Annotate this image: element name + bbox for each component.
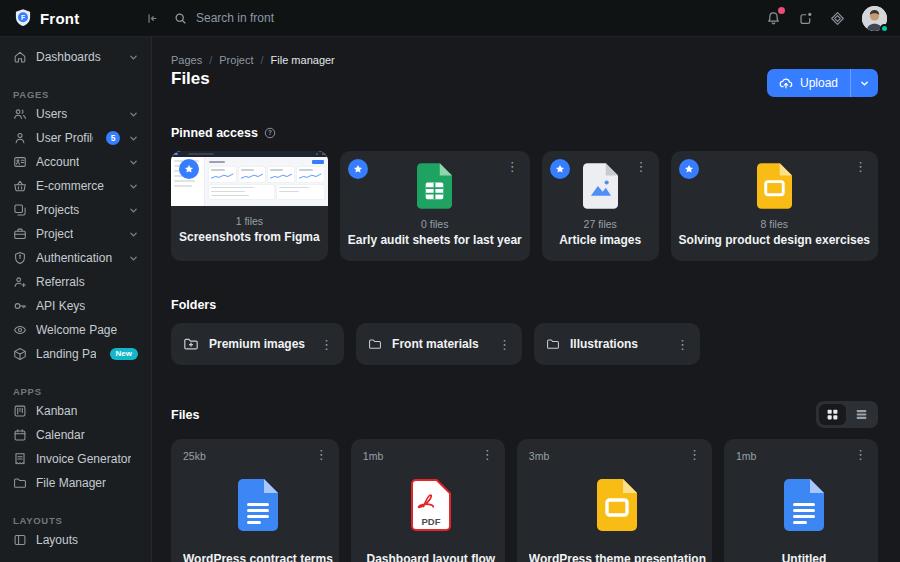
files-grid: 25kb⋮WordPress contract termsUpdated 50 … xyxy=(171,439,878,562)
user-avatar[interactable] xyxy=(862,6,887,31)
sidebar-item-projects[interactable]: Projects xyxy=(0,198,151,222)
sidebar-item-dashboards[interactable]: Dashboards xyxy=(0,45,151,69)
eye-icon xyxy=(13,323,27,337)
star-button[interactable] xyxy=(348,159,368,179)
folder-name: Front materials xyxy=(392,337,479,351)
sidebar-item-file-manager[interactable]: File Manager xyxy=(0,471,151,495)
sidebar-item-label: Welcome Page xyxy=(36,323,117,337)
folder-card[interactable]: Front materials⋮ xyxy=(356,323,522,365)
breadcrumb-item[interactable]: Pages xyxy=(171,54,202,66)
pinned-card-name: Solving product design exercises xyxy=(671,233,878,247)
pinned-card[interactable]: ⋮8 filesSolving product design exercises xyxy=(671,151,878,261)
sidebar-item-welcome-page[interactable]: Welcome Page xyxy=(0,318,151,342)
view-toggle xyxy=(816,401,878,428)
sidebar-item-e-commerce[interactable]: E-commerce xyxy=(0,174,151,198)
sidebar-item-user-profile[interactable]: User Profile5 xyxy=(0,126,151,150)
file-card[interactable]: 3mb⋮WordPress theme presentationUpdated … xyxy=(517,439,712,562)
file-card[interactable]: 25kb⋮WordPress contract termsUpdated 50 … xyxy=(171,439,339,562)
layout-icon xyxy=(13,533,27,547)
new-badge: New xyxy=(110,348,138,360)
chevron-down-icon xyxy=(129,230,138,239)
file-card[interactable]: 1mb⋮PDFDashboard layout flowUpdated 1 ho… xyxy=(351,439,505,562)
star-icon xyxy=(684,164,694,174)
breadcrumb: Pages/Project/File manager xyxy=(171,54,878,66)
layers-button[interactable] xyxy=(830,11,845,26)
card-menu-button[interactable]: ⋮ xyxy=(476,446,499,463)
sidebar-item-landing-page[interactable]: Landing PageNew xyxy=(0,342,151,366)
pinned-access-title: Pinned access xyxy=(171,126,258,140)
card-menu-button[interactable]: ⋮ xyxy=(315,336,338,353)
sidebar-item-layouts[interactable]: Layouts xyxy=(0,528,151,552)
upload-button[interactable]: Upload xyxy=(767,69,878,97)
chevron-down-icon xyxy=(129,110,138,119)
card-menu-button[interactable]: ⋮ xyxy=(683,446,706,463)
sidebar-item-account[interactable]: Account xyxy=(0,150,151,174)
sidebar-item-authentication[interactable]: Authentication xyxy=(0,246,151,270)
folder-card[interactable]: Illustrations⋮ xyxy=(534,323,700,365)
sidebar-item-label: Authentication xyxy=(36,251,112,265)
front-logo-icon: F xyxy=(13,8,33,28)
briefcase-icon xyxy=(13,227,27,241)
file-card[interactable]: 1mb⋮UntitledUpdated 5 hours ago xyxy=(724,439,878,562)
chevron-down-icon xyxy=(129,182,138,191)
question-icon[interactable]: ? xyxy=(264,127,276,139)
brand[interactable]: F Front xyxy=(0,8,152,28)
pdf-file-icon: PDF xyxy=(411,479,451,531)
folder-icon xyxy=(13,476,27,490)
upload-main[interactable]: Upload xyxy=(767,69,850,97)
card-menu-button[interactable]: ⋮ xyxy=(671,336,694,353)
breadcrumb-item[interactable]: Project xyxy=(219,54,253,66)
card-menu-button[interactable]: ⋮ xyxy=(493,336,516,353)
breadcrumb-separator: / xyxy=(261,54,264,66)
sidebar-item-label: Projects xyxy=(36,203,79,217)
card-menu-button[interactable]: ⋮ xyxy=(310,446,333,463)
sidebar-item-label: Landing Page xyxy=(36,347,96,361)
star-icon xyxy=(184,164,194,174)
card-menu-button[interactable]: ⋮ xyxy=(630,158,653,175)
sidebar-item-label: Users xyxy=(36,107,67,121)
upload-dropdown-toggle[interactable] xyxy=(851,69,878,97)
folder-icon xyxy=(368,337,382,351)
sidebar-item-referrals[interactable]: Referrals xyxy=(0,270,151,294)
files-count: 27 files xyxy=(542,218,659,230)
sidebar-item-invoice-generator[interactable]: Invoice Generator xyxy=(0,447,151,471)
pinned-access-heading: Pinned access ? xyxy=(171,126,878,140)
star-button[interactable] xyxy=(179,159,199,179)
notification-dot xyxy=(778,7,785,14)
pinned-card[interactable]: ⋮27 filesArticle images xyxy=(542,151,659,261)
notifications-button[interactable] xyxy=(766,11,781,26)
sidebar-item-users[interactable]: Users xyxy=(0,102,151,126)
card-menu-button[interactable]: ⋮ xyxy=(501,158,524,175)
slides-file-icon xyxy=(597,479,637,531)
sidebar-item-kanban[interactable]: Kanban xyxy=(0,399,151,423)
sidebar-item-label: File Manager xyxy=(36,476,106,490)
files-heading: Files xyxy=(171,408,200,422)
chevron-down-icon xyxy=(860,79,869,88)
upload-label: Upload xyxy=(800,76,838,90)
slides-file-icon xyxy=(757,163,792,209)
grid-view-button[interactable] xyxy=(819,404,846,425)
star-button[interactable] xyxy=(550,159,570,179)
pinned-card-name: Early audit sheets for last year xyxy=(340,233,530,247)
star-button[interactable] xyxy=(679,159,699,179)
file-name: WordPress contract terms xyxy=(183,552,333,562)
search-input[interactable] xyxy=(196,11,386,25)
sidebar-item-project[interactable]: Project xyxy=(0,222,151,246)
folder-card[interactable]: Premium images⋮ xyxy=(171,323,344,365)
breadcrumb-separator: / xyxy=(209,54,212,66)
files-count: 1 files xyxy=(171,215,328,227)
activity-button[interactable] xyxy=(798,11,813,26)
list-view-button[interactable] xyxy=(848,404,875,425)
pinned-card[interactable]: ⋮0 filesEarly audit sheets for last year xyxy=(340,151,530,261)
sidebar-item-api-keys[interactable]: API Keys xyxy=(0,294,151,318)
person-icon xyxy=(13,131,27,145)
global-search xyxy=(174,11,386,25)
id-card-icon xyxy=(13,155,27,169)
list-view-icon xyxy=(855,408,868,421)
card-menu-button[interactable]: ⋮ xyxy=(849,446,872,463)
sidebar-collapse-button[interactable] xyxy=(143,10,160,27)
sidebar-item-calendar[interactable]: Calendar xyxy=(0,423,151,447)
card-menu-button[interactable]: ⋮ xyxy=(849,158,872,175)
sidebar-item-label: Referrals xyxy=(36,275,85,289)
pinned-card[interactable]: 1 filesScreenshots from Figma xyxy=(171,151,328,261)
